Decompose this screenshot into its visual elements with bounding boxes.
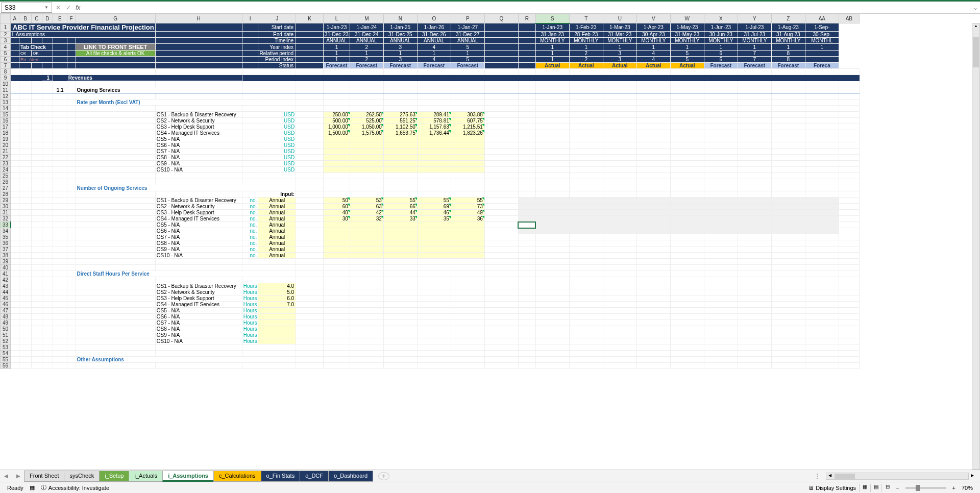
accept-formula-btn: ✓ <box>63 4 74 11</box>
col-header-S[interactable]: S <box>535 14 569 23</box>
sheet-tab-o_dashboard[interactable]: o_Dashboard <box>328 471 373 482</box>
sheet-tab-i_assumptions[interactable]: i_Assumptions <box>162 471 214 482</box>
normal-view-btn[interactable]: ▦ <box>859 484 870 492</box>
col-header-K[interactable]: K <box>296 14 324 23</box>
col-header-Q[interactable]: Q <box>484 14 518 23</box>
col-header-AA[interactable]: AA <box>805 14 839 23</box>
col-header-T[interactable]: T <box>569 14 603 23</box>
col-header-Z[interactable]: Z <box>771 14 805 23</box>
sheet-tab-o_dcf[interactable]: o_DCF <box>300 471 329 482</box>
col-header-X[interactable]: X <box>704 14 738 23</box>
fx-icon[interactable]: fx <box>74 4 82 11</box>
macro-icon[interactable]: ▦ <box>27 484 38 491</box>
col-header-E[interactable]: E <box>53 14 67 23</box>
display-icon: 🖥 <box>808 485 814 491</box>
spreadsheet-grid[interactable]: ABCDEFGHIJKLMNOPQRSTUVWXYZAAAB1ABC IT Se… <box>0 14 860 369</box>
col-header-R[interactable]: R <box>518 14 535 23</box>
col-header-W[interactable]: W <box>670 14 704 23</box>
page-break-btn[interactable]: ⊟ <box>881 484 893 492</box>
name-box-dropdown-icon[interactable]: ▼ <box>44 5 48 10</box>
col-header-M[interactable]: M <box>350 14 383 23</box>
col-header-V[interactable]: V <box>636 14 670 23</box>
sheet-tab-o_fin-stats[interactable]: o_Fin Stats <box>261 471 301 482</box>
vertical-scrollbar[interactable]: ▴ <box>972 23 980 470</box>
col-header-J[interactable]: J <box>258 14 296 23</box>
sheet-tab-i_actuals[interactable]: i_Actuals <box>129 471 163 482</box>
col-header-O[interactable]: O <box>417 14 451 23</box>
col-header-AB[interactable]: AB <box>839 14 859 23</box>
col-header-[interactable] <box>1 14 11 23</box>
col-header-D[interactable]: D <box>42 14 53 23</box>
col-header-A[interactable]: A <box>11 14 19 23</box>
col-header-F[interactable]: F <box>67 14 76 23</box>
col-header-U[interactable]: U <box>603 14 636 23</box>
tab-nav-next-icon[interactable]: ▶ <box>12 473 24 479</box>
zoom-out-btn[interactable]: − <box>893 485 902 491</box>
col-header-P[interactable]: P <box>451 14 484 23</box>
display-settings[interactable]: 🖥 Display Settings <box>805 485 859 491</box>
status-ready: Ready <box>4 485 27 491</box>
col-header-N[interactable]: N <box>383 14 417 23</box>
name-box[interactable]: S33 ▼ <box>1 3 52 13</box>
col-header-G[interactable]: G <box>76 14 155 23</box>
sheet-tab-c_calculations[interactable]: c_Calculations <box>213 471 261 482</box>
person-icon: ⓘ <box>41 484 46 491</box>
zoom-slider[interactable] <box>905 487 946 489</box>
tab-split-icon[interactable]: ⋮ <box>814 472 826 480</box>
horizontal-scrollbar[interactable]: ◀ <box>826 473 969 480</box>
accessibility-status[interactable]: ⓘ Accessibility: Investigate <box>38 484 112 491</box>
zoom-level[interactable]: 70% <box>959 485 976 491</box>
cancel-formula-btn: ✕ <box>53 4 63 11</box>
sheet-tab-i_setup[interactable]: i_Setup <box>99 471 129 482</box>
sheet-tab-syscheck[interactable]: sysCheck <box>64 471 100 482</box>
col-header-B[interactable]: B <box>19 14 31 23</box>
col-header-L[interactable]: L <box>324 14 350 23</box>
tab-nav-prev-icon[interactable]: ◀ <box>0 473 12 479</box>
page-layout-btn[interactable]: ▤ <box>870 484 881 492</box>
zoom-in-btn[interactable]: + <box>949 485 959 491</box>
col-header-C[interactable]: C <box>32 14 42 23</box>
add-sheet-button[interactable]: + <box>378 472 389 480</box>
col-header-Y[interactable]: Y <box>738 14 771 23</box>
formula-expand-icon[interactable]: ⌄ <box>970 4 980 11</box>
name-box-value: S33 <box>5 4 15 11</box>
col-header-I[interactable]: I <box>242 14 258 23</box>
col-header-H[interactable]: H <box>155 14 242 23</box>
sheet-tab-front-sheet[interactable]: Front Sheet <box>24 471 64 482</box>
